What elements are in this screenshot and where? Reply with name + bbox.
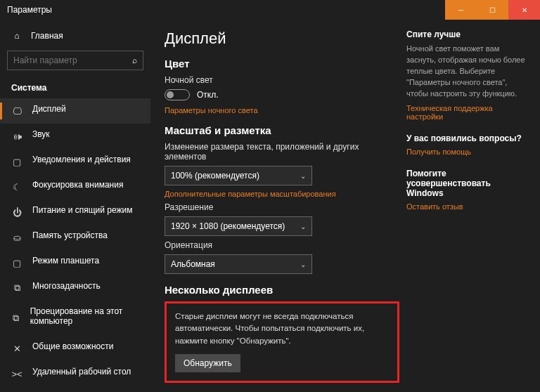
sidebar-item-sound[interactable]: 🕪 Звук xyxy=(0,124,150,149)
scale-heading: Масштаб и разметка xyxy=(165,124,399,136)
remote-icon: >< xyxy=(11,369,22,379)
sidebar-item-remote[interactable]: >< Удаленный рабочий стол xyxy=(0,361,150,386)
detect-highlight-box: Старые дисплеи могут не всегда подключат… xyxy=(165,301,399,383)
chevron-down-icon: ⌄ xyxy=(300,172,306,180)
storage-icon: ⛀ xyxy=(11,233,22,243)
search-input[interactable] xyxy=(13,55,126,65)
focus-icon: ☾ xyxy=(11,182,22,192)
resolution-label: Разрешение xyxy=(165,202,399,212)
display-icon: 🖵 xyxy=(11,106,22,117)
color-heading: Цвет xyxy=(165,58,399,70)
questions-title: У вас появились вопросы? xyxy=(406,133,526,143)
sidebar-item-power[interactable]: ⏻ Питание и спящий режим xyxy=(0,200,150,225)
scale-value: 100% (рекомендуется) xyxy=(171,171,259,181)
tablet-icon: ▢ xyxy=(11,258,22,268)
sidebar-item-storage[interactable]: ⛀ Память устройства xyxy=(0,225,150,250)
sidebar-item-shared[interactable]: ✕ Общие возможности xyxy=(0,336,150,361)
shared-icon: ✕ xyxy=(11,344,22,354)
multi-display-text: Старые дисплеи могут не всегда подключат… xyxy=(175,311,389,347)
content-area: Дисплей Цвет Ночной свет Откл. Параметры… xyxy=(165,30,399,378)
orientation-label: Ориентация xyxy=(165,240,399,250)
feedback-link[interactable]: Оставить отзыв xyxy=(406,202,526,211)
tech-support-link[interactable]: Техническая поддержка настройки xyxy=(406,104,526,121)
page-title: Дисплей xyxy=(165,30,399,48)
close-button[interactable]: ✕ xyxy=(508,0,540,20)
resolution-dropdown[interactable]: 1920 × 1080 (рекомендуется) ⌄ xyxy=(165,216,312,236)
night-light-state: Откл. xyxy=(197,90,219,100)
sidebar-item-about[interactable]: ⓘ О системе xyxy=(0,386,150,392)
maximize-button[interactable]: ☐ xyxy=(477,0,508,20)
orientation-dropdown[interactable]: Альбомная ⌄ xyxy=(165,254,312,274)
get-help-link[interactable]: Получить помощь xyxy=(406,148,526,156)
minimize-button[interactable]: ─ xyxy=(445,0,477,20)
sidebar-item-focus[interactable]: ☾ Фокусировка внимания xyxy=(0,174,150,200)
scale-label: Изменение размера текста, приложений и д… xyxy=(165,142,399,162)
home-nav[interactable]: ⌂ Главная xyxy=(0,27,150,45)
sidebar: ⌂ Главная ⌕ Система 🖵 Дисплей 🕪 Звук ▢ У… xyxy=(0,20,150,392)
sidebar-item-display[interactable]: 🖵 Дисплей xyxy=(0,98,150,124)
sidebar-item-notifications[interactable]: ▢ Уведомления и действия xyxy=(0,149,150,174)
sidebar-item-projecting[interactable]: ⧉ Проецирование на этот компьютер xyxy=(0,301,150,336)
detect-button[interactable]: Обнаружить xyxy=(175,354,240,372)
sidebar-item-multitask[interactable]: ⧉ Многозадачность xyxy=(0,275,150,301)
scale-dropdown[interactable]: 100% (рекомендуется) ⌄ xyxy=(165,166,312,185)
sidebar-item-tablet[interactable]: ▢ Режим планшета xyxy=(0,250,150,275)
night-light-settings-link[interactable]: Параметры ночного света xyxy=(165,106,399,115)
sound-icon: 🕪 xyxy=(11,131,22,142)
window-title: Параметры xyxy=(7,5,52,15)
home-icon: ⌂ xyxy=(11,31,22,41)
search-box[interactable]: ⌕ xyxy=(7,51,143,70)
orientation-value: Альбомная xyxy=(171,259,215,269)
search-icon: ⌕ xyxy=(132,55,137,65)
chevron-down-icon: ⌄ xyxy=(300,261,306,268)
resolution-value: 1920 × 1080 (рекомендуется) xyxy=(171,221,285,231)
sleep-better-text: Ночной свет поможет вам заснуть, отображ… xyxy=(406,44,526,100)
feedback-title: Помогите усовершенствовать Windows xyxy=(406,169,526,198)
night-light-label: Ночной свет xyxy=(165,75,399,85)
notifications-icon: ▢ xyxy=(11,157,22,167)
side-panel: Спите лучше Ночной свет поможет вам засн… xyxy=(406,30,526,378)
multi-display-heading: Несколько дисплеев xyxy=(165,284,399,296)
home-label: Главная xyxy=(31,31,63,41)
sleep-better-title: Спите лучше xyxy=(406,30,526,39)
power-icon: ⏻ xyxy=(11,207,22,218)
chevron-down-icon: ⌄ xyxy=(300,223,306,230)
multitask-icon: ⧉ xyxy=(11,282,22,294)
night-light-toggle[interactable] xyxy=(165,89,190,100)
advanced-scaling-link[interactable]: Дополнительные параметры масштабирования xyxy=(165,190,399,198)
section-label: Система xyxy=(0,80,150,98)
projecting-icon: ⧉ xyxy=(11,313,20,324)
titlebar: Параметры ─ ☐ ✕ xyxy=(0,0,540,20)
